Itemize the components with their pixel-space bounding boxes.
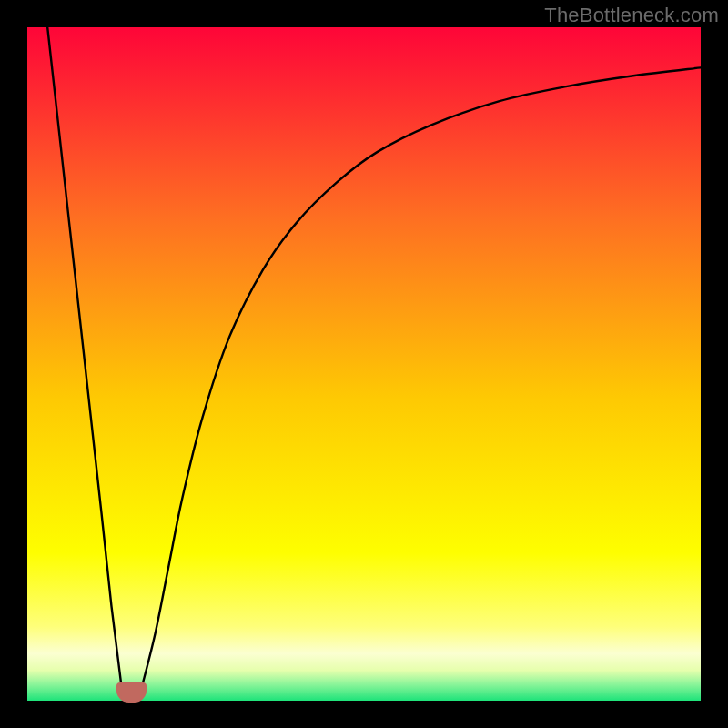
plot-area	[27, 27, 701, 701]
chart-frame: TheBottleneck.com	[0, 0, 728, 728]
bottleneck-curve	[27, 27, 701, 701]
watermark-text: TheBottleneck.com	[544, 4, 719, 27]
